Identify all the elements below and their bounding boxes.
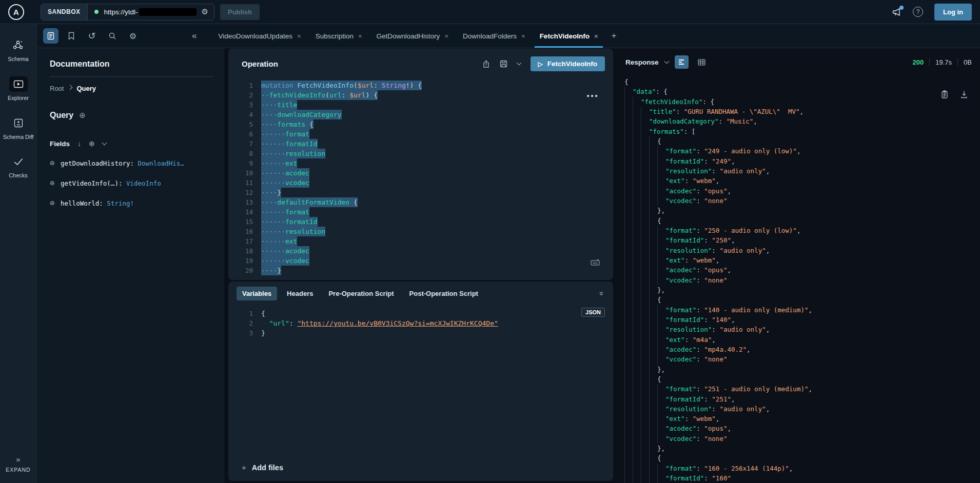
- token: :: [702, 98, 710, 106]
- download-response-button[interactable]: [961, 90, 968, 98]
- tab-fetchvideoinfo[interactable]: FetchVideoInfo ×: [533, 24, 605, 48]
- history-button[interactable]: ↺: [84, 28, 100, 44]
- chevron-down-icon[interactable]: [102, 140, 107, 145]
- token: formats: [277, 120, 305, 128]
- endpoint-settings-gear-icon[interactable]: ⚙: [202, 7, 208, 16]
- endpoint-url-input[interactable]: https://ytdl-: [104, 8, 138, 16]
- publish-button[interactable]: Publish: [220, 4, 260, 20]
- response-menu-chevron-icon[interactable]: [664, 58, 669, 64]
- keyboard-shortcuts-button[interactable]: [591, 259, 600, 266]
- document-icon: [47, 32, 55, 40]
- tab-getdownloadhistory[interactable]: GetDownloadHistory ×: [369, 24, 456, 48]
- indent-guide: [649, 473, 657, 483]
- indent-guide: [641, 354, 649, 364]
- login-button[interactable]: Log in: [934, 4, 972, 21]
- tab-variables[interactable]: Variables: [237, 287, 277, 300]
- token: }: [277, 189, 281, 196]
- expand-rail-button[interactable]: » EXPAND: [6, 455, 30, 483]
- indent-guide: [633, 226, 641, 235]
- new-tab-button[interactable]: +: [611, 31, 616, 41]
- announcements-button[interactable]: [892, 7, 901, 17]
- response-label[interactable]: Response: [625, 58, 659, 66]
- collapse-panel-icon[interactable]: »: [597, 291, 606, 295]
- code-text: "url": "https://youtu.be/vB0V3iCSzQw?si=…: [261, 318, 498, 328]
- token: ,: [766, 405, 770, 413]
- add-field-icon[interactable]: ⊕: [50, 178, 54, 188]
- rail-item-schema-diff[interactable]: Schema Diff: [3, 115, 34, 141]
- indent-guide: [649, 305, 657, 315]
- raw-view-toggle[interactable]: [675, 55, 689, 69]
- response-line: {: [624, 216, 980, 226]
- token: :: [342, 91, 350, 99]
- indent-guide: [649, 354, 657, 364]
- response-panel: Response 200 19: [617, 48, 980, 483]
- help-button[interactable]: ?: [913, 7, 923, 17]
- field-row[interactable]: ⊕ getVideoInfo(…): VideoInfo: [50, 178, 213, 188]
- token: acodec: [285, 247, 309, 255]
- close-tab-icon[interactable]: ×: [358, 32, 362, 40]
- saved-operations-button[interactable]: [64, 28, 79, 44]
- tab-videodownloadupdates[interactable]: VideoDownloadUpdates ×: [211, 24, 308, 48]
- rail-item-checks[interactable]: Checks: [9, 154, 28, 179]
- json-text: "ext": "webm",: [665, 414, 719, 424]
- token: (: [354, 82, 358, 89]
- indent-guide: [624, 196, 633, 206]
- documentation-panel-button[interactable]: [43, 28, 58, 44]
- settings-button[interactable]: ⚙: [125, 28, 141, 44]
- token: ,: [766, 247, 770, 254]
- run-operation-button[interactable]: ▷ FetchVideoInfo: [531, 56, 605, 71]
- field-row[interactable]: ⊕ getDownloadHistory: DownloadHis…: [50, 158, 213, 168]
- editor-more-menu[interactable]: ●●●: [586, 93, 599, 98]
- close-tab-icon[interactable]: ×: [444, 32, 448, 40]
- operation-panel: Operation: [228, 49, 613, 280]
- save-menu-chevron-icon[interactable]: [516, 61, 521, 66]
- tab-subscription[interactable]: Subscription ×: [308, 24, 369, 48]
- add-files-button[interactable]: + Add files: [228, 463, 613, 481]
- save-operation-button[interactable]: [500, 60, 507, 68]
- tab-pre-operation-script[interactable]: Pre-Operation Script: [323, 287, 399, 300]
- response-line: {: [624, 295, 980, 305]
- token: "data": [633, 88, 656, 95]
- indent-guide: [633, 374, 641, 384]
- json-text: "acodec": "opus",: [665, 186, 731, 196]
- add-field-icon[interactable]: ⊕: [50, 158, 54, 168]
- token: "audio only": [719, 247, 766, 254]
- response-line: "downloadCategory": "Music",: [624, 116, 980, 126]
- add-field-icon[interactable]: ⊕: [50, 198, 54, 208]
- tab-post-operation-script[interactable]: Post-Operation Script: [404, 287, 484, 300]
- add-all-fields-icon[interactable]: ⊕: [79, 111, 86, 120]
- fields-label: Fields: [50, 140, 70, 148]
- indent-guide: [624, 235, 633, 245]
- tab-headers[interactable]: Headers: [281, 287, 319, 300]
- rail-item-schema[interactable]: Schema: [8, 37, 28, 63]
- close-tab-icon[interactable]: ×: [594, 32, 598, 40]
- indent-guide: [657, 335, 665, 345]
- json-text: "vcodec": "none": [665, 196, 727, 206]
- save-icon: [500, 60, 507, 68]
- variables-editor[interactable]: JSON 1{2 "url": "https://youtu.be/vB0V3i…: [228, 304, 613, 463]
- close-tab-icon[interactable]: ×: [521, 32, 525, 40]
- rail-item-explorer[interactable]: Explorer: [8, 76, 29, 102]
- indent-guide: [641, 414, 649, 424]
- sort-arrow-icon[interactable]: ↓: [77, 139, 81, 148]
- share-operation-button[interactable]: [482, 60, 490, 68]
- copy-response-button[interactable]: [941, 90, 948, 98]
- table-view-toggle[interactable]: [695, 55, 709, 69]
- indent-guide: [649, 325, 657, 334]
- search-button[interactable]: [105, 28, 120, 44]
- field-row[interactable]: ⊕ helloWorld: String!: [50, 198, 213, 208]
- token: {: [710, 98, 714, 106]
- graphql-editor[interactable]: 1mutation FetchVideoInfo($url: String!) …: [228, 74, 613, 280]
- token: "Music": [727, 117, 754, 125]
- token: ,: [716, 415, 720, 422]
- close-tab-icon[interactable]: ×: [297, 32, 301, 40]
- code-text: ······ext: [261, 236, 297, 246]
- breadcrumb-root[interactable]: Root: [50, 85, 64, 92]
- tab-downloadfolders[interactable]: DownloadFolders ×: [456, 24, 533, 48]
- token: }: [261, 329, 265, 337]
- code-text: ······resolution: [261, 149, 325, 158]
- collapse-docs-button[interactable]: «: [192, 31, 197, 41]
- add-fields-icon[interactable]: ⊕: [89, 139, 95, 148]
- response-body[interactable]: {"data": {"fetchVideoInfo": {"title": "G…: [617, 73, 980, 483]
- response-line: "formats": [: [624, 127, 980, 136]
